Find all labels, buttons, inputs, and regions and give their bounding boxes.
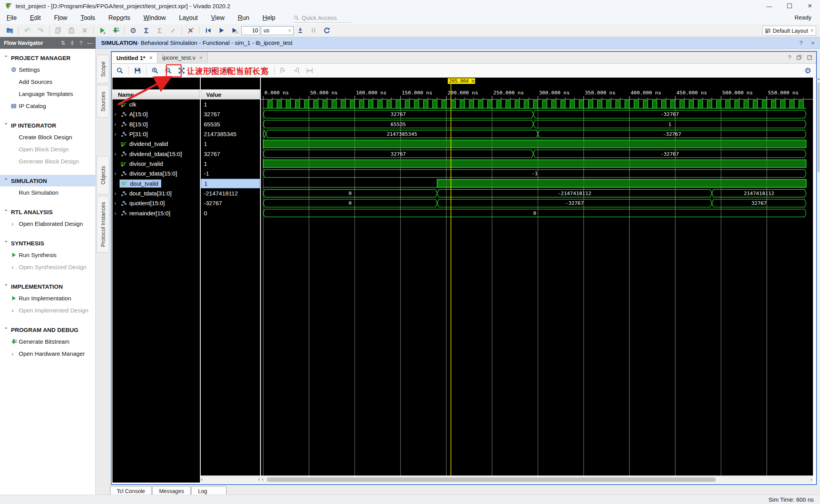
- maximize-button[interactable]: [779, 0, 800, 12]
- expand-chevron-icon[interactable]: ›: [114, 151, 120, 157]
- signal-value[interactable]: 65535: [201, 119, 260, 129]
- help-icon[interactable]: ?: [788, 54, 791, 60]
- menu-layout[interactable]: Layout: [173, 13, 205, 23]
- side-tab-objects[interactable]: Objects: [96, 156, 109, 194]
- waveform-plot-area[interactable]: 0.000 ns50.000 ns100.000 ns150.000 ns200…: [261, 78, 813, 476]
- sidebar-item-generate-bitstream[interactable]: 0110Generate Bitstream: [0, 335, 95, 348]
- menu-window[interactable]: Window: [137, 13, 173, 23]
- signal-row[interactable]: ›remainder[15:0]: [112, 208, 200, 218]
- close-icon[interactable]: ×: [149, 55, 152, 61]
- copy-icon[interactable]: [52, 25, 65, 35]
- value-column-hscrollbar[interactable]: ‹ ›: [201, 476, 260, 483]
- undo-icon[interactable]: ↶: [21, 25, 34, 35]
- run-time-unit-select[interactable]: us˅: [261, 26, 294, 35]
- signal-value[interactable]: 1: [201, 139, 260, 149]
- paste-icon[interactable]: [65, 25, 78, 35]
- flow-section-implementation[interactable]: ›IMPLEMENTATION: [0, 280, 95, 292]
- menu-view[interactable]: View: [205, 13, 231, 23]
- flow-section-rtl-analysis[interactable]: ›RTL ANALYSIS: [0, 206, 95, 218]
- expand-chevron-icon[interactable]: ›: [114, 111, 120, 117]
- quick-access-search[interactable]: Quick Access: [294, 13, 352, 23]
- save-icon[interactable]: [131, 65, 144, 76]
- signal-value[interactable]: 32767: [201, 149, 260, 159]
- edit-off-icon[interactable]: [166, 25, 180, 35]
- close-icon[interactable]: ×: [811, 39, 815, 46]
- breakpoints-icon[interactable]: [184, 25, 197, 35]
- expand-chevron-icon[interactable]: ›: [114, 200, 120, 206]
- expand-chevron-icon[interactable]: ›: [114, 131, 120, 137]
- redo-icon[interactable]: ↷: [34, 25, 47, 35]
- scrollbar-thumb[interactable]: [817, 82, 820, 172]
- expand-icon[interactable]: ⇕: [70, 40, 75, 46]
- signal-row[interactable]: ›P[31:0]: [112, 129, 200, 139]
- scrollbar-thumb[interactable]: [267, 477, 716, 482]
- close-icon[interactable]: ×: [199, 55, 202, 61]
- signal-row[interactable]: ›A[15:0]: [112, 109, 200, 119]
- step-run-icon[interactable]: [294, 25, 307, 35]
- signal-value[interactable]: 32767: [201, 109, 260, 119]
- signal-row[interactable]: dout_tvalid: [112, 179, 200, 188]
- minimize-button[interactable]: —: [759, 0, 779, 12]
- sidebar-item-run-simulation[interactable]: Run Simulation: [0, 186, 95, 199]
- signal-value[interactable]: 1: [201, 159, 260, 169]
- minimize-panel-icon[interactable]: —: [87, 40, 93, 46]
- scroll-right-icon[interactable]: ›: [810, 477, 812, 482]
- fit-selection-icon[interactable]: [303, 65, 316, 76]
- open-project-icon[interactable]: [3, 25, 16, 35]
- close-button[interactable]: ×: [800, 0, 820, 12]
- run-for-icon[interactable]: (T): [228, 25, 241, 35]
- sidebar-item-language-templates[interactable]: Language Templates: [0, 88, 95, 100]
- waveform-settings-gear-icon[interactable]: ⚙: [804, 66, 811, 75]
- flow-section-ip-integrator[interactable]: ›IP INTEGRATOR: [0, 119, 95, 131]
- signal-row[interactable]: divisor_tvalid: [112, 159, 200, 169]
- tab-ipcore-test-v[interactable]: ipcore_test.v×: [157, 52, 207, 63]
- flow-section-simulation[interactable]: ›SIMULATION: [0, 175, 95, 186]
- sum-off-icon[interactable]: Σ: [153, 25, 166, 35]
- sum-icon[interactable]: Σ: [140, 25, 153, 35]
- run-all-icon[interactable]: [215, 25, 228, 35]
- sidebar-item-add-sources[interactable]: Add Sources: [0, 76, 95, 88]
- sidebar-item-open-elaborated-design[interactable]: ›Open Elaborated Design: [0, 218, 95, 230]
- zoom-fit-icon[interactable]: [175, 65, 188, 76]
- maximize-panel-icon[interactable]: [807, 55, 812, 60]
- find-icon[interactable]: [113, 65, 127, 76]
- help-icon[interactable]: ?: [79, 40, 82, 46]
- bitstream-icon[interactable]: 0110: [109, 25, 122, 35]
- side-tab-protocol-instances[interactable]: Protocol Instances: [96, 196, 109, 253]
- menu-file[interactable]: File: [0, 13, 23, 23]
- scroll-left-icon[interactable]: ‹: [262, 477, 264, 482]
- name-column-header[interactable]: Name: [112, 89, 200, 99]
- menu-run[interactable]: Run: [231, 13, 256, 23]
- relaunch-icon[interactable]: [320, 25, 333, 35]
- collapse-icon[interactable]: ⇅: [61, 40, 66, 46]
- menu-reports[interactable]: Reports: [102, 13, 137, 23]
- flow-section-synthesis[interactable]: ›SYNTHESIS: [0, 237, 95, 249]
- scroll-left-icon[interactable]: ‹: [201, 477, 203, 482]
- menu-flow[interactable]: Flow: [47, 13, 74, 23]
- sidebar-item-run-synthesis[interactable]: Run Synthesis: [0, 249, 95, 261]
- delete-icon[interactable]: [78, 25, 91, 35]
- sidebar-item-settings[interactable]: ⚙Settings: [0, 64, 95, 76]
- menu-tools[interactable]: Tools: [74, 13, 102, 23]
- scroll-up-icon[interactable]: ▲: [817, 77, 820, 81]
- scroll-right-icon[interactable]: ›: [258, 477, 260, 482]
- expand-chevron-icon[interactable]: ›: [114, 210, 120, 216]
- help-icon[interactable]: ?: [799, 39, 802, 46]
- tab-untitled-1-[interactable]: Untitled 1*×: [112, 52, 157, 63]
- sidebar-item-open-hardware-manager[interactable]: ›Open Hardware Manager: [0, 348, 95, 360]
- signal-value[interactable]: 2147385345: [201, 129, 260, 139]
- value-column-header[interactable]: Value: [201, 89, 260, 99]
- restart-sim-icon[interactable]: [201, 25, 215, 35]
- side-tab-sources[interactable]: Sources: [96, 85, 109, 118]
- goto-left-icon[interactable]: [276, 65, 290, 76]
- signal-row[interactable]: dividend_tvalid: [112, 139, 200, 149]
- signal-row[interactable]: clk: [112, 99, 200, 109]
- signal-value[interactable]: -2147418112: [201, 188, 260, 198]
- signal-row[interactable]: ›dividend_tdata[15:0]: [112, 149, 200, 159]
- zoom-in-icon[interactable]: [148, 65, 162, 76]
- zoom-out-icon[interactable]: [162, 65, 175, 76]
- vertical-scrollbar[interactable]: ▲: [817, 77, 820, 485]
- signal-value[interactable]: -32767: [201, 198, 260, 208]
- expand-chevron-icon[interactable]: ›: [114, 170, 120, 176]
- sidebar-item-run-implementation[interactable]: Run Implementation: [0, 292, 95, 304]
